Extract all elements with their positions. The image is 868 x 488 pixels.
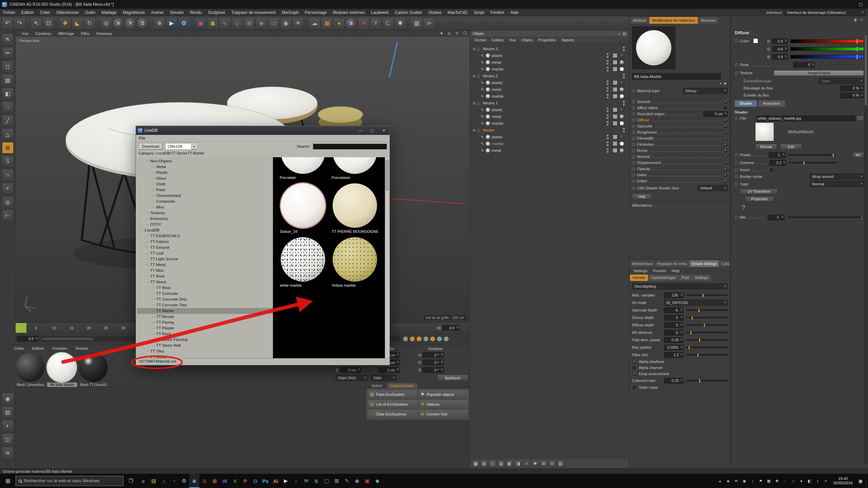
menu-item[interactable]: Edition bbox=[18, 9, 37, 16]
axis-y-button[interactable]: Y bbox=[125, 18, 136, 29]
word-icon[interactable]: W bbox=[220, 474, 230, 488]
object-tree-row[interactable]: ⊞ ◻ ✎ plastic bbox=[470, 52, 629, 59]
channel-label[interactable]: Specular bbox=[637, 124, 652, 128]
object-tree-row[interactable]: ⊞ ◻ ✎ Neutre.2 bbox=[470, 73, 629, 79]
channel-value[interactable]: 0.9 bbox=[772, 54, 788, 60]
channel-value-field[interactable]: 0 cm bbox=[703, 111, 728, 117]
panel-menu-icon[interactable]: ≡ bbox=[861, 18, 863, 22]
toolbar-more-icon[interactable]: ≫ bbox=[423, 18, 435, 29]
channel-label[interactable]: Normal bbox=[637, 155, 650, 159]
param-value-field[interactable]: 1.2 bbox=[664, 352, 684, 358]
param-slider[interactable] bbox=[686, 339, 728, 341]
material-tag-swatch[interactable] bbox=[619, 67, 624, 72]
points-mode-icon[interactable]: ∷ bbox=[2, 101, 14, 113]
livedb-tree-item[interactable]: TT Paving bbox=[137, 320, 273, 325]
gi-mode-dropdown[interactable]: GI_DIFFUSE bbox=[664, 300, 728, 306]
carbonscatter-button[interactable]: ✕ Clear EcoSystems bbox=[368, 409, 418, 419]
edge-icon[interactable]: e bbox=[138, 474, 149, 488]
channel-checkbox[interactable] bbox=[723, 167, 728, 171]
param-value-field[interactable]: 0.0001 bbox=[664, 345, 684, 350]
border-mode-dropdown[interactable]: Wrap around bbox=[810, 174, 864, 180]
channel-checkbox[interactable] bbox=[723, 142, 728, 147]
livedb-tree-item[interactable]: TT ESSENTIALS bbox=[137, 233, 273, 239]
rotation-field[interactable]: 0 ° bbox=[423, 367, 444, 373]
download-button[interactable]: Download bbox=[139, 143, 162, 150]
add-light-icon[interactable]: ☀ bbox=[292, 18, 304, 29]
expand-icon[interactable]: ⊞ bbox=[473, 101, 477, 105]
object-tree-row[interactable]: ⊞ ◻ ✎ Neutre.1 bbox=[470, 100, 629, 106]
livedb-tree-item[interactable]: TT Fabrics bbox=[137, 239, 273, 245]
zoom-view-icon[interactable]: ◎ bbox=[446, 31, 452, 36]
object-tree-row[interactable]: ⊞ ◻ ✎ marble bbox=[470, 66, 629, 73]
gamma-slider[interactable] bbox=[789, 162, 836, 163]
menu-item[interactable]: Rendu bbox=[187, 9, 205, 16]
carbonscatter-tab[interactable]: Select bbox=[368, 383, 386, 388]
add-array-icon[interactable]: ⊞ bbox=[243, 18, 255, 29]
channel-checkbox[interactable] bbox=[723, 148, 728, 153]
menu-item[interactable]: Traqueur de mouvement bbox=[228, 9, 279, 16]
move-icon[interactable]: ✚ bbox=[59, 18, 71, 29]
object-tree-row[interactable]: ⊞ ◻ ✎ metal bbox=[470, 147, 629, 154]
mix-slider[interactable] bbox=[787, 217, 864, 218]
carbonscatter-button[interactable]: ▦ Paint EcoSystem bbox=[368, 390, 418, 399]
max-samples-field[interactable]: 128. bbox=[664, 292, 684, 298]
visibility-dots[interactable] bbox=[607, 121, 609, 126]
games-icon[interactable]: ◆ bbox=[372, 474, 382, 488]
edges-mode-icon[interactable]: ╱ bbox=[2, 115, 14, 126]
octane-material-icon[interactable]: S bbox=[346, 18, 357, 29]
add-cube-icon[interactable]: ◼ bbox=[207, 18, 218, 29]
livedb-tree-item[interactable]: TT Stone Wall bbox=[137, 343, 273, 348]
texture-tag-icon[interactable] bbox=[613, 107, 617, 112]
tray-app-6-icon[interactable]: ▦ bbox=[765, 479, 772, 483]
material-name-field[interactable]: BB Italia Marble bbox=[632, 73, 721, 80]
carbonscatter-button[interactable]: ▤ List of EcoSystems bbox=[368, 400, 418, 409]
channel-checkbox[interactable] bbox=[723, 118, 728, 122]
file-explorer-icon[interactable]: ▤ bbox=[149, 474, 159, 488]
viewport-menu-item[interactable]: Vue bbox=[18, 32, 32, 36]
invert-checkbox[interactable] bbox=[769, 168, 774, 172]
material-tag-swatch[interactable] bbox=[619, 87, 624, 92]
livedb-tree-item[interactable]: TT Mosaic bbox=[137, 314, 273, 320]
render-settings-icon[interactable]: ⚙ bbox=[178, 18, 190, 29]
keyframe-selection-icon[interactable] bbox=[437, 337, 442, 341]
menu-item[interactable]: Carbon Scatter bbox=[392, 9, 425, 16]
object-tree-row[interactable]: ⊞ ◻ ✎ Neutre bbox=[470, 127, 629, 134]
model-mode-icon[interactable]: ◻ bbox=[2, 61, 14, 72]
carbonscatter-tab[interactable]: CarbonScatter bbox=[386, 383, 418, 388]
spline-pen-icon[interactable]: ✏ bbox=[2, 47, 14, 59]
preview-expand-icon[interactable]: ▸ bbox=[720, 81, 722, 85]
material-tag-swatch[interactable] bbox=[619, 135, 624, 139]
tray-app-8-icon[interactable]: ◌ bbox=[782, 479, 788, 483]
expand-icon[interactable]: ⊞ bbox=[473, 74, 477, 78]
channel-checkbox[interactable] bbox=[723, 179, 728, 183]
live-selection-icon[interactable]: ↖ bbox=[31, 18, 42, 29]
store-icon[interactable]: ⌂ bbox=[159, 474, 169, 488]
paint-icon[interactable]: ✎ bbox=[342, 474, 352, 488]
sampling-dropdown[interactable]: Sans bbox=[819, 78, 864, 84]
coherent-ratio-slider[interactable] bbox=[686, 380, 728, 381]
photos-icon[interactable]: ◔ bbox=[169, 474, 179, 488]
channel-label[interactable]: Editor bbox=[637, 179, 647, 183]
material-thumbnail[interactable]: Black Cahoutchou bbox=[16, 353, 45, 387]
livedb-material-thumbnail[interactable]: Yellow marble bbox=[332, 236, 378, 288]
solo-icon[interactable]: ◎ bbox=[2, 196, 14, 208]
visibility-dots[interactable] bbox=[607, 135, 609, 139]
polygons-mode-icon[interactable]: △ bbox=[2, 128, 14, 140]
size-mode-dropdown[interactable]: Taille bbox=[371, 375, 396, 381]
livedb-tree-item[interactable]: Emissions bbox=[137, 216, 273, 222]
livedb-tree-item[interactable]: Composite bbox=[137, 199, 273, 204]
livedb-tree-item[interactable]: Non-Organic bbox=[137, 158, 273, 164]
cinema4d-icon[interactable]: ◉ bbox=[189, 474, 199, 488]
menu-item[interactable]: Outils bbox=[82, 9, 98, 16]
texture-tag-icon[interactable] bbox=[613, 148, 617, 153]
octane-menu-item[interactable]: Help bbox=[669, 269, 683, 273]
material-menu-item[interactable]: Créer bbox=[10, 346, 28, 350]
channel-label[interactable]: Opacity bbox=[637, 167, 650, 171]
uv-transform-button[interactable]: UV Transform bbox=[740, 189, 777, 195]
visibility-dots[interactable] bbox=[607, 141, 609, 146]
param-value-field[interactable]: 6. bbox=[664, 307, 684, 313]
object-mode-dropdown[interactable]: Objet (Rel) bbox=[335, 375, 368, 381]
channel-checkbox[interactable] bbox=[723, 130, 728, 135]
livedb-tree-item[interactable]: Metal bbox=[137, 164, 273, 170]
channel-label[interactable]: Rounded edges bbox=[637, 112, 665, 116]
